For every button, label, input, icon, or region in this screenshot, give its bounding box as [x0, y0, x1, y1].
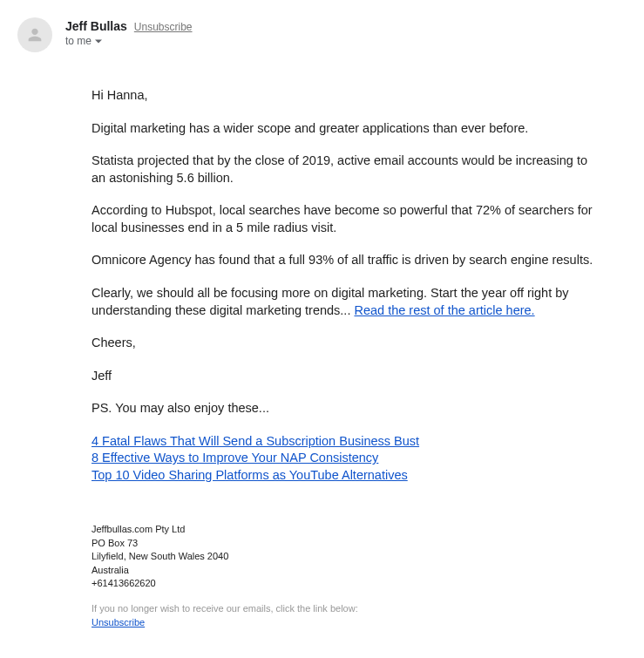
greeting: Hi Hanna,	[92, 87, 600, 105]
ps-links-block: 4 Fatal Flaws That Will Send a Subscript…	[92, 433, 600, 485]
recipient-line[interactable]: to me	[65, 35, 193, 47]
ps-link-3[interactable]: Top 10 Video Sharing Platforms as YouTub…	[92, 467, 600, 485]
email-body: Hi Hanna, Digital marketing has a wider …	[92, 87, 600, 629]
cheers: Cheers,	[92, 335, 600, 352]
footer-note: If you no longer wish to receive our ema…	[92, 602, 600, 615]
footer-country: Australia	[92, 564, 600, 577]
ps-link-2[interactable]: 8 Effective Ways to Improve Your NAP Con…	[92, 450, 600, 467]
paragraph: Clearly, we should all be focusing more …	[92, 285, 600, 319]
email-header: Jeff Bullas Unsubscribe to me	[17, 17, 627, 52]
footer-pobox: PO Box 73	[92, 537, 600, 550]
unsubscribe-link-footer[interactable]: Unsubscribe	[92, 617, 145, 627]
footer-phone: +61413662620	[92, 577, 600, 590]
unsubscribe-link-header[interactable]: Unsubscribe	[134, 21, 193, 33]
chevron-down-icon	[95, 35, 102, 47]
person-icon	[25, 25, 44, 44]
ps-line: PS. You may also enjoy these...	[92, 400, 600, 417]
email-footer: Jeffbullas.com Pty Ltd PO Box 73 Lilyfie…	[92, 523, 600, 629]
paragraph: Digital marketing has a wider scope and …	[92, 120, 600, 138]
ps-link-1[interactable]: 4 Fatal Flaws That Will Send a Subscript…	[92, 433, 600, 451]
sender-name: Jeff Bullas	[65, 19, 127, 33]
paragraph: Omnicore Agency has found that a full 93…	[92, 252, 600, 269]
signoff: Jeff	[92, 368, 600, 385]
paragraph: According to Hubspot, local searches hav…	[92, 202, 600, 236]
sender-avatar[interactable]	[17, 17, 52, 52]
to-label: to me	[65, 35, 92, 47]
footer-city: Lilyfield, New South Wales 2040	[92, 550, 600, 563]
read-more-link[interactable]: Read the rest of the article here.	[354, 303, 534, 317]
footer-company: Jeffbullas.com Pty Ltd	[92, 523, 600, 536]
paragraph: Statista projected that by the close of …	[92, 153, 600, 187]
